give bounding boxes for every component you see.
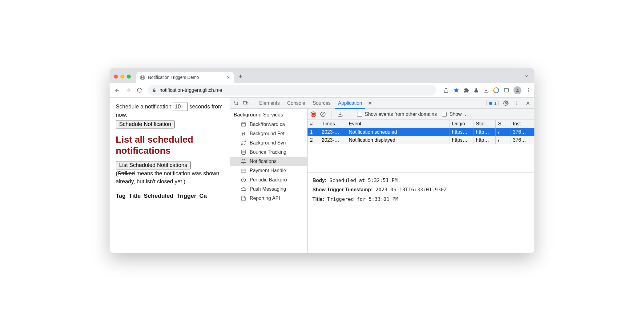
table-cell: /: [496, 136, 510, 144]
table-cell: Notification scheduled: [346, 128, 449, 136]
doc-icon: [240, 195, 247, 201]
google-account-icon[interactable]: [493, 87, 499, 93]
tab-list-button[interactable]: [524, 74, 529, 79]
table-row[interactable]: 22023-…Notification displayedhttps…http……: [308, 136, 534, 144]
address-bar[interactable]: notification-triggers.glitch.me: [148, 85, 437, 95]
sidebar-item-label: Periodic Backgro: [250, 177, 287, 183]
tab-application[interactable]: Application: [335, 99, 365, 109]
record-button[interactable]: [311, 112, 316, 117]
forward-button[interactable]: [124, 86, 133, 95]
svg-point-14: [528, 90, 529, 91]
clear-button[interactable]: [320, 111, 326, 117]
table-header-row: # Times… Event Origin Stor… S… Inst…: [308, 120, 534, 128]
table-cell: 2023-…: [319, 128, 346, 136]
list-scheduled-button[interactable]: List Scheduled Notifications: [116, 161, 191, 169]
more-tabs-button[interactable]: [366, 99, 374, 107]
card-icon: [240, 168, 247, 174]
col-index[interactable]: #: [308, 120, 319, 128]
sidebar-item-notifications[interactable]: Notifications: [230, 157, 307, 166]
schedule-notification-button[interactable]: Schedule Notification: [116, 120, 175, 128]
sidebar-item-label: Back/forward ca: [250, 122, 285, 127]
profile-avatar[interactable]: [513, 86, 521, 94]
tab-console[interactable]: Console: [284, 99, 308, 108]
side-panel-icon[interactable]: [504, 87, 509, 93]
window-controls: [114, 75, 131, 79]
sidebar-item-background-fet[interactable]: Background Fet: [230, 129, 307, 138]
sidebar-item-bounce-tracking[interactable]: Bounce Tracking: [230, 148, 307, 157]
show-truncated-checkbox[interactable]: Show …: [441, 111, 468, 118]
sidebar-item-label: Background Syn: [250, 140, 286, 146]
schedule-line: Schedule a notification seconds from now…: [116, 103, 223, 119]
tab-sources[interactable]: Sources: [309, 99, 334, 108]
col-instance[interactable]: Inst…: [510, 120, 534, 128]
sidebar-item-label: Push Messaging: [250, 186, 286, 192]
detail-title-label: Title:: [312, 197, 324, 202]
sidebar-item-back-forward-ca[interactable]: Back/forward ca: [230, 120, 307, 129]
tab-strip: Notification Triggers Demo × +: [110, 68, 534, 83]
sidebar-item-push-messaging[interactable]: Push Messaging: [230, 185, 307, 194]
sidebar-item-label: Notifications: [250, 159, 276, 164]
cloud-icon: [240, 186, 247, 192]
devtools-main: Show events from other domains Show … # …: [308, 109, 534, 253]
share-icon[interactable]: [443, 87, 449, 93]
bookmark-star-icon[interactable]: [453, 87, 459, 93]
minimize-window-button[interactable]: [120, 75, 124, 79]
issues-badge[interactable]: 1: [486, 100, 499, 106]
svg-point-21: [517, 101, 517, 102]
svg-rect-19: [489, 102, 492, 104]
svg-rect-10: [504, 88, 509, 92]
close-devtools-button[interactable]: [524, 99, 532, 107]
col-event[interactable]: Event: [346, 120, 449, 128]
table-cell: http…: [473, 128, 496, 136]
svg-rect-28: [241, 169, 246, 173]
col-origin[interactable]: Origin: [449, 120, 473, 128]
close-window-button[interactable]: [114, 75, 118, 79]
sidebar-item-reporting-api[interactable]: Reporting API: [230, 194, 307, 203]
tab-elements[interactable]: Elements: [256, 99, 283, 108]
table-cell: 1: [308, 128, 319, 136]
sidebar-item-payment-handle[interactable]: Payment Handle: [230, 166, 307, 175]
detail-body-label: Body:: [312, 178, 326, 183]
sidebar-item-label: Payment Handle: [250, 168, 286, 173]
extensions-icon[interactable]: [464, 87, 469, 93]
col-scope[interactable]: S…: [496, 120, 510, 128]
close-tab-button[interactable]: ×: [227, 74, 230, 81]
devtools-menu-icon[interactable]: [513, 99, 521, 107]
col-timestamp[interactable]: Times…: [319, 120, 346, 128]
svg-point-23: [517, 104, 517, 105]
maximize-window-button[interactable]: [127, 75, 131, 79]
svg-marker-4: [454, 87, 459, 92]
downloads-icon[interactable]: [483, 87, 489, 93]
new-tab-button[interactable]: +: [239, 72, 243, 80]
sidebar-item-background-syn[interactable]: Background Syn: [230, 138, 307, 148]
notifications-toolbar: Show events from other domains Show …: [308, 109, 534, 120]
page-heading: List all scheduled notifications: [116, 134, 223, 156]
svg-point-27: [242, 150, 245, 152]
reload-button[interactable]: [135, 86, 144, 95]
back-button[interactable]: [113, 86, 122, 95]
browser-menu-button[interactable]: [526, 87, 531, 93]
device-toggle-icon[interactable]: [242, 99, 250, 107]
browser-tab[interactable]: Notification Triggers Demo ×: [136, 72, 234, 83]
show-other-domains-checkbox[interactable]: Show events from other domains: [356, 111, 437, 118]
save-events-button[interactable]: [337, 112, 343, 117]
demo-page: Schedule a notification seconds from now…: [110, 98, 230, 253]
table-cell: 2023-…: [319, 136, 346, 144]
seconds-input[interactable]: [173, 103, 188, 111]
db-icon: [240, 149, 247, 155]
inspect-element-icon[interactable]: [232, 99, 240, 107]
hint-text: (Striked means the notification was show…: [116, 169, 223, 185]
toolbar-extensions: [443, 86, 531, 94]
clock-icon: [240, 177, 247, 183]
issues-icon: [489, 101, 493, 105]
labs-icon[interactable]: [473, 87, 479, 93]
notifications-table-headers: Tag Title Scheduled Trigger Ca: [116, 192, 223, 200]
event-details: Body: Scheduled at 5:32:51 PM. Show Trig…: [308, 173, 534, 207]
col-storage[interactable]: Stor…: [473, 120, 496, 128]
sidebar-item-periodic-backgro[interactable]: Periodic Backgro: [230, 175, 307, 185]
settings-icon[interactable]: [502, 99, 510, 107]
svg-rect-2: [153, 90, 155, 92]
table-row[interactable]: 12023-…Notification scheduledhttps…http……: [308, 128, 534, 136]
schedule-text-before: Schedule a notification: [116, 104, 171, 110]
devtools-sidebar: Background Services Back/forward caBackg…: [230, 109, 308, 253]
